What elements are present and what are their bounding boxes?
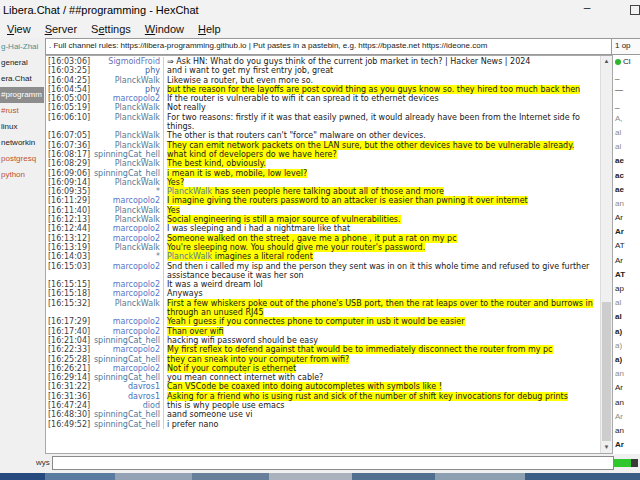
user-list-item[interactable]: ac [613, 169, 640, 183]
tree-item--rust[interactable]: #rust [0, 103, 44, 119]
user-list-item[interactable]: Ar [613, 225, 640, 239]
user-list-item[interactable]: al [613, 140, 640, 154]
tree-item-linux[interactable]: linux [0, 119, 44, 135]
tree-item-g-hai-zhai[interactable]: g-Hai-Zhai [0, 39, 44, 55]
message-input[interactable] [52, 456, 614, 470]
user-list-item[interactable]: Cl [613, 55, 640, 69]
nick[interactable]: * [92, 252, 160, 261]
menu-settings[interactable]: Settings [84, 23, 138, 35]
chat-line: [16:21:04]spinningCat_hellhacking wifi p… [48, 336, 600, 345]
user-list-item[interactable]: Ar [613, 438, 640, 452]
user-list-item[interactable]: Ar [613, 381, 640, 395]
nick[interactable]: davros1 [92, 392, 160, 401]
nick[interactable]: marcopolo2 [92, 289, 160, 298]
nick[interactable]: * [92, 187, 160, 196]
nick[interactable]: spinningCat_hell [92, 169, 160, 178]
user-list-item[interactable]: A, [613, 112, 640, 126]
maximize-button[interactable] [626, 1, 640, 17]
channel-tree: g-Hai-Zhaigeneralera.Chat#programm#rustl… [0, 39, 44, 454]
tree-item-networkin[interactable]: networkin [0, 135, 44, 151]
nick[interactable]: PlanckWalk [92, 141, 160, 150]
nick[interactable]: diod [92, 401, 160, 410]
nick[interactable]: PlanckWalk [92, 131, 160, 140]
user-list-item[interactable]: _ [613, 98, 640, 112]
nick[interactable]: PlanckWalk [92, 215, 160, 224]
title-bar[interactable]: Libera.Chat / ##programming - HexChat – [0, 0, 640, 21]
user-list-item[interactable]: al [613, 296, 640, 310]
nick[interactable]: spinningCat_hell [92, 355, 160, 364]
nick[interactable]: marcopolo2 [92, 280, 160, 289]
user-list-item[interactable]: Ar [613, 254, 640, 268]
user-list-item[interactable]: a) [613, 339, 640, 353]
menu-view[interactable]: View [0, 23, 38, 35]
user-list-item[interactable]: ap [613, 282, 640, 296]
nick[interactable]: spinningCat_hell [92, 336, 160, 345]
menu-window[interactable]: Window [138, 23, 191, 35]
user-list-item[interactable]: al [613, 126, 640, 140]
nick[interactable]: PlanckWalk [92, 178, 160, 187]
user-list-item[interactable]: a) [613, 325, 640, 339]
nick[interactable]: phy [92, 85, 160, 94]
tree-item-postgresq[interactable]: postgresq [0, 151, 44, 167]
user-list-item[interactable]: Ar [613, 211, 640, 225]
chat-message-list[interactable]: [16:03:06]SigmoidFroid⇒ Ask HN: What do … [48, 57, 600, 452]
user-list-item[interactable]: AT [613, 239, 640, 253]
nick[interactable]: marcopolo2 [92, 345, 160, 354]
chat-scrollbar[interactable]: ▲ ▼ [600, 56, 612, 453]
user-list-item[interactable]: _ [613, 69, 640, 83]
message: The best kind, obviously. [163, 159, 600, 168]
user-list-item[interactable]: al [613, 310, 640, 324]
message: Not if your computer is ethernet [163, 364, 600, 373]
nick[interactable]: PlanckWalk [92, 76, 160, 85]
nick[interactable]: marcopolo2 [92, 262, 160, 271]
tree-item-general[interactable]: general [0, 55, 44, 71]
chat-line: [16:15:15]marcopolo2It was a weird dream… [48, 280, 600, 289]
menu-server[interactable]: Server [38, 23, 84, 35]
scroll-down-icon[interactable]: ▼ [601, 442, 612, 453]
menu-help[interactable]: Help [191, 23, 228, 35]
message: Likewise a router, but even more so. [163, 76, 600, 85]
tree-item-python[interactable]: python [0, 167, 44, 183]
nick[interactable]: spinningCat_hell [92, 420, 160, 429]
scrollbar-thumb[interactable] [602, 302, 611, 441]
user-list[interactable]: Cl_—_A,alalaeacaeanArArATArATapalala)a)a… [612, 55, 640, 454]
user-list-item[interactable]: AT [613, 268, 640, 282]
nick[interactable]: marcopolo2 [92, 317, 160, 326]
nick[interactable]: PlanckWalk [92, 206, 160, 215]
message: I imagine giving the routers password to… [163, 196, 600, 205]
scroll-up-icon[interactable]: ▲ [601, 56, 612, 67]
message: Asking for a friend who is using rust an… [163, 392, 600, 401]
user-list-item[interactable]: — [613, 83, 640, 97]
nick[interactable]: marcopolo2 [92, 364, 160, 373]
minimize-button[interactable]: – [578, 1, 596, 17]
nick[interactable]: marcopolo2 [92, 327, 160, 336]
tree-item--programm[interactable]: #programm [0, 87, 44, 103]
nick[interactable]: PlanckWalk [92, 103, 160, 112]
nick[interactable]: PlanckWalk [92, 243, 160, 252]
user-list-item[interactable]: ae [613, 183, 640, 197]
nick[interactable]: phy [92, 66, 160, 75]
tree-item-era-chat[interactable]: era.Chat [0, 71, 44, 87]
user-list-item[interactable]: a) [613, 353, 640, 367]
nick[interactable]: marcopolo2 [92, 224, 160, 233]
user-list-item[interactable]: ae [613, 154, 640, 168]
user-list-item[interactable]: an [613, 367, 640, 381]
user-list-item[interactable]: an [613, 396, 640, 410]
nick[interactable]: marcopolo2 [92, 196, 160, 205]
nick[interactable]: davros1 [92, 382, 160, 391]
nick[interactable]: PlanckWalk [92, 113, 160, 122]
nick[interactable]: marcopolo2 [92, 94, 160, 103]
nick[interactable]: PlanckWalk [92, 299, 160, 308]
nick[interactable]: SigmoidFroid [92, 57, 160, 66]
chat-line: [16:26:21]marcopolo2Not if your computer… [48, 364, 600, 373]
user-list-item[interactable]: an [613, 424, 640, 438]
nick[interactable]: marcopolo2 [92, 234, 160, 243]
topic-input[interactable]: . Full channel rules: https://libera-pro… [45, 38, 615, 55]
nick[interactable]: PlanckWalk [92, 159, 160, 168]
user-list-item[interactable]: an [613, 197, 640, 211]
user-list-item[interactable]: Ar [613, 410, 640, 424]
nick[interactable]: spinningCat_hell [92, 373, 160, 382]
message: They can emit network packets on the LAN… [163, 141, 600, 150]
nick[interactable]: spinningCat_hell [92, 410, 160, 419]
nick[interactable]: spinningCat_hell [92, 150, 160, 159]
